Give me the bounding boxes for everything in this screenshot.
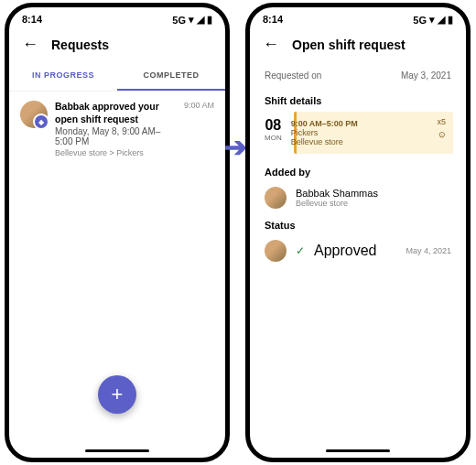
status-icons: 5G ▾ ◢ ▮ — [172, 14, 212, 26]
status-icons: 5G ▾ ◢ ▮ — [413, 14, 453, 26]
phone-detail: 8:14 5G ▾ ◢ ▮ ← Open shift request Reque… — [245, 3, 471, 462]
back-icon[interactable]: ← — [263, 35, 279, 54]
item-title: Babbak approved your open shift request — [55, 101, 177, 125]
shift-store: Bellevue store — [291, 137, 358, 146]
section-added-by: Added by — [250, 161, 466, 181]
added-by-row[interactable]: Babbak Shammas Bellevue store — [250, 181, 466, 214]
home-indicator[interactable] — [326, 449, 390, 452]
clock: 8:14 — [22, 14, 42, 26]
section-shift-details: Shift details — [250, 90, 466, 110]
add-button[interactable]: + — [98, 375, 136, 414]
flow-arrow-icon: ➔ — [224, 131, 247, 163]
tab-in-progress[interactable]: IN PROGRESS — [9, 61, 117, 91]
home-indicator[interactable] — [85, 449, 149, 452]
avatar — [265, 187, 287, 209]
avatar: ◆ — [20, 101, 48, 128]
status-date: May 4, 2021 — [406, 246, 451, 255]
wifi-icon: ▾ — [429, 14, 435, 26]
check-icon: ✓ — [296, 244, 305, 257]
shift-time: 9:00 AM–5:00 PM — [291, 119, 358, 128]
avatar — [265, 240, 287, 262]
requested-on-date: May 3, 2021 — [401, 70, 451, 81]
request-item[interactable]: ◆ Babbak approved your open shift reques… — [9, 92, 225, 167]
signal-icon: ◢ — [438, 14, 445, 26]
status-row: ✓ Approved May 4, 2021 — [250, 234, 466, 267]
shift-group: Pickers — [291, 128, 358, 137]
adder-name: Babbak Shammas — [296, 188, 378, 199]
header: ← Requests — [9, 26, 225, 61]
item-time: 9:00 AM — [184, 101, 214, 157]
tab-completed[interactable]: COMPLETED — [117, 61, 225, 91]
plus-icon: + — [112, 383, 124, 406]
section-status: Status — [250, 214, 466, 234]
requested-on-row: Requested on May 3, 2021 — [250, 61, 466, 90]
item-breadcrumb: Bellevue store > Pickers — [55, 148, 177, 157]
tabs: IN PROGRESS COMPLETED — [9, 61, 225, 92]
shift-card[interactable]: 08 MON 9:00 AM–5:00 PM Pickers Bellevue … — [250, 112, 466, 154]
shift-badge-icon: ◆ — [33, 114, 49, 130]
requested-on-label: Requested on — [265, 70, 321, 81]
page-title: Requests — [51, 38, 109, 52]
signal-icon: ◢ — [197, 14, 204, 26]
battery-icon: ▮ — [448, 14, 453, 26]
header: ← Open shift request — [250, 26, 466, 61]
page-title: Open shift request — [292, 38, 406, 52]
battery-icon: ▮ — [207, 14, 212, 26]
status-bar: 8:14 5G ▾ ◢ ▮ — [9, 7, 225, 26]
adder-store: Bellevue store — [296, 199, 378, 208]
item-subtitle: Monday, May 8, 9:00 AM–5:00 PM — [55, 126, 177, 146]
back-icon[interactable]: ← — [22, 35, 38, 54]
location-icon: ⊙ — [438, 130, 446, 139]
status-label: Approved — [314, 243, 377, 259]
shift-count: x5 — [437, 117, 446, 126]
wifi-icon: ▾ — [189, 14, 194, 26]
phone-requests: 8:14 5G ▾ ◢ ▮ ← Requests IN PROGRESS COM… — [5, 3, 230, 462]
shift-date: 08 MON — [265, 117, 282, 148]
status-bar: 8:14 5G ▾ ◢ ▮ — [250, 7, 466, 26]
clock: 8:14 — [263, 14, 283, 26]
